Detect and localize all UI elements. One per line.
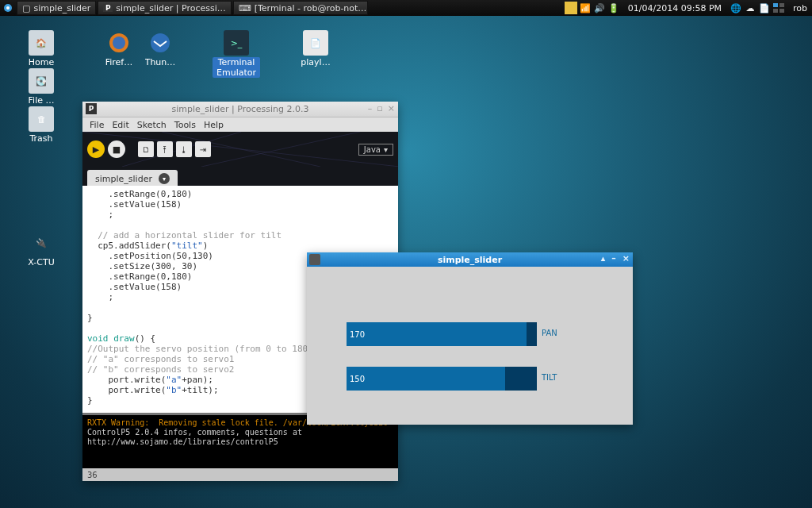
run-button[interactable]: ▶ bbox=[87, 140, 105, 158]
svg-rect-4 bbox=[773, 9, 778, 13]
pan-slider[interactable]: 170 bbox=[347, 322, 537, 346]
chevron-down-icon: ▾ bbox=[384, 145, 388, 154]
drive-icon: 💽 bbox=[29, 68, 54, 94]
task-button-processing[interactable]: P simple_slider | Processi… bbox=[98, 1, 231, 15]
menu-sketch[interactable]: Sketch bbox=[133, 120, 170, 130]
task-button-slider-app[interactable]: ▢ simple_slider bbox=[17, 1, 96, 15]
start-menu-icon[interactable] bbox=[0, 0, 16, 16]
desktop-icon-playlist[interactable]: 📄 playl… bbox=[290, 30, 341, 67]
globe-icon[interactable]: 🌐 bbox=[730, 2, 742, 14]
tilt-value: 150 bbox=[350, 375, 365, 383]
svg-rect-2 bbox=[773, 3, 778, 7]
window-title: simple_slider | Processing 2.0.3 bbox=[172, 104, 309, 114]
export-button[interactable]: ⇥ bbox=[195, 141, 211, 157]
trash-icon: 🗑 bbox=[29, 106, 54, 132]
processing-app-icon: P bbox=[86, 103, 97, 114]
window-icon: ▢ bbox=[22, 3, 30, 13]
menu-help[interactable]: Help bbox=[200, 120, 228, 130]
system-tray: 📶 🔊 🔋 bbox=[561, 2, 623, 14]
open-button[interactable]: ⭱ bbox=[157, 141, 173, 157]
maximize-button[interactable]: ▫ bbox=[377, 103, 382, 114]
processing-tabbar: simple_slider ▾ bbox=[82, 167, 398, 186]
taskbar: ▢ simple_slider P simple_slider | Proces… bbox=[0, 0, 812, 16]
processing-menubar: File Edit Sketch Tools Help bbox=[82, 117, 398, 132]
mode-selector[interactable]: Java ▾ bbox=[358, 144, 393, 156]
terminal-icon: ⌨ bbox=[239, 3, 251, 13]
slider-body: 170 PAN 150 TILT bbox=[307, 267, 633, 425]
task-label: [Terminal - rob@rob-not… bbox=[255, 3, 367, 13]
desktop-icon-terminal-emulator[interactable]: >_ Terminal Emulator bbox=[211, 30, 262, 78]
desktop-icon-thunderbird[interactable]: Thun… bbox=[135, 30, 186, 67]
battery-icon[interactable]: 🔋 bbox=[607, 2, 620, 14]
task-button-terminal[interactable]: ⌨ [Terminal - rob@rob-not… bbox=[233, 1, 368, 15]
document-icon[interactable]: 📄 bbox=[758, 2, 771, 14]
menu-tools[interactable]: Tools bbox=[170, 120, 200, 130]
terminal-emulator-icon: >_ bbox=[224, 30, 249, 56]
home-folder-icon: 🏠 bbox=[29, 30, 54, 56]
xctu-icon: 🔌 bbox=[29, 230, 54, 256]
thunderbird-icon bbox=[147, 30, 173, 56]
java-app-icon bbox=[309, 254, 320, 265]
volume-icon[interactable]: 🔊 bbox=[593, 2, 606, 14]
line-number: 36 bbox=[87, 471, 98, 479]
svg-rect-5 bbox=[779, 9, 784, 13]
processing-statusbar: 36 bbox=[82, 468, 398, 481]
clock[interactable]: 01/04/2014 09:58 PM bbox=[623, 3, 726, 13]
new-button[interactable]: 🗋 bbox=[138, 141, 154, 157]
minimize-button[interactable]: – bbox=[368, 103, 373, 114]
pan-value: 170 bbox=[350, 330, 365, 339]
svg-rect-3 bbox=[779, 3, 784, 7]
svg-point-7 bbox=[113, 37, 125, 49]
slider-window: simple_slider ▴ – × 170 PAN 150 TILT bbox=[307, 252, 633, 425]
task-label: simple_slider bbox=[33, 3, 90, 13]
roll-up-button[interactable]: ▴ bbox=[601, 253, 606, 264]
svg-point-1 bbox=[6, 6, 10, 10]
processing-titlebar[interactable]: P simple_slider | Processing 2.0.3 – ▫ × bbox=[82, 102, 398, 117]
save-button[interactable]: ⭳ bbox=[176, 141, 192, 157]
close-button[interactable]: × bbox=[388, 103, 395, 114]
sketch-tab[interactable]: simple_slider ▾ bbox=[87, 170, 178, 186]
menu-edit[interactable]: Edit bbox=[108, 120, 132, 130]
menu-file[interactable]: File bbox=[86, 120, 108, 130]
firefox-icon bbox=[106, 30, 132, 56]
wifi-icon[interactable]: 📶 bbox=[579, 2, 592, 14]
note-icon[interactable] bbox=[565, 2, 577, 14]
processing-toolbar: ▶ ■ 🗋 ⭱ ⭳ ⇥ Java ▾ bbox=[82, 132, 398, 167]
cloud-icon[interactable]: ☁ bbox=[744, 2, 756, 14]
task-label: simple_slider | Processi… bbox=[116, 3, 225, 13]
window-title: simple_slider bbox=[438, 255, 502, 265]
processing-icon: P bbox=[103, 4, 113, 12]
desktop-icon-trash[interactable]: 🗑 Trash bbox=[16, 106, 67, 144]
username-menu[interactable]: rob bbox=[788, 3, 812, 13]
workspace-switcher-icon[interactable] bbox=[772, 2, 785, 14]
pan-label: PAN bbox=[542, 329, 557, 337]
close-button[interactable]: × bbox=[622, 253, 630, 264]
desktop-icon-filesystem[interactable]: 💽 File … bbox=[16, 68, 67, 106]
tilt-label: TILT bbox=[542, 373, 557, 382]
tilt-slider[interactable]: 150 bbox=[347, 367, 537, 391]
minimize-button[interactable]: – bbox=[611, 253, 616, 264]
stop-button[interactable]: ■ bbox=[108, 140, 125, 158]
svg-point-8 bbox=[151, 33, 170, 52]
tab-menu-icon[interactable]: ▾ bbox=[159, 173, 170, 184]
desktop-icon-xctu[interactable]: 🔌 X-CTU bbox=[16, 230, 67, 267]
desktop-icon-home[interactable]: 🏠 Home bbox=[16, 30, 67, 67]
text-file-icon: 📄 bbox=[303, 30, 328, 56]
slider-titlebar[interactable]: simple_slider ▴ – × bbox=[307, 252, 633, 267]
